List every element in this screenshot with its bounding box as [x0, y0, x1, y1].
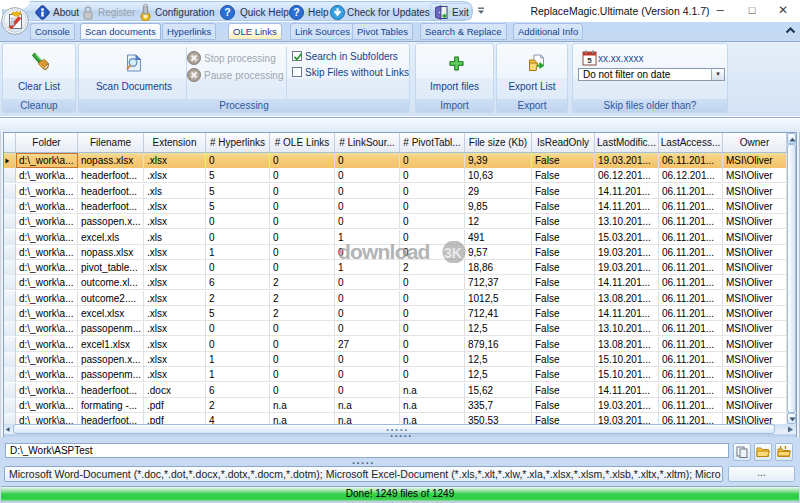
svg-text:5: 5 [587, 56, 592, 65]
svg-text:?: ? [224, 6, 230, 18]
svg-text:download: download [338, 241, 430, 263]
svg-text:?: ? [293, 6, 299, 18]
svg-text:3K: 3K [444, 245, 462, 261]
